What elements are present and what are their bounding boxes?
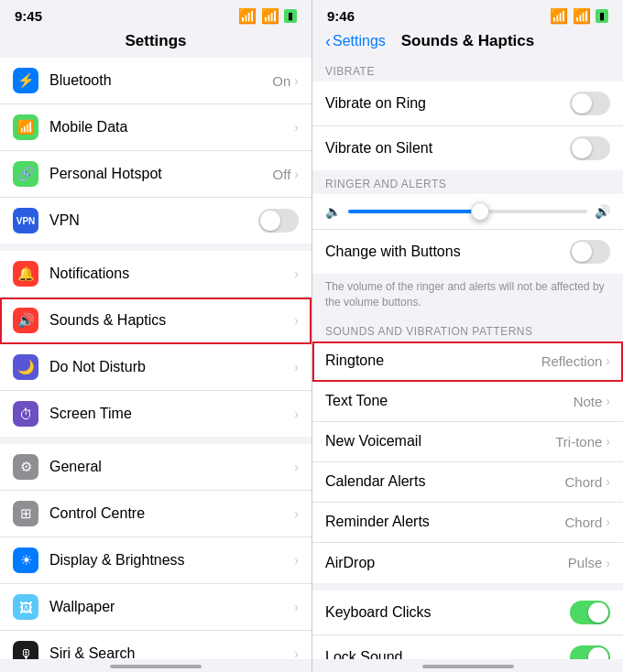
control-centre-label: Control Centre	[49, 505, 294, 522]
left-signal-icon: 📶	[238, 7, 257, 25]
sound-patterns-section: Ringtone Reflection › Text Tone Note › N…	[312, 341, 623, 583]
vibrate-ring-knob	[572, 93, 592, 114]
siri-search-chevron: ›	[294, 646, 299, 659]
left-battery-icon: ▮	[284, 9, 297, 23]
change-with-buttons-knob	[572, 242, 592, 262]
screen-time-item[interactable]: ⏱ Screen Time ›	[0, 391, 312, 437]
volume-slider-thumb[interactable]	[471, 202, 489, 221]
bottom-group: ⚙ General › ⊞ Control Centre › ☀ Display…	[0, 444, 312, 659]
right-signal-icon: 📶	[550, 7, 568, 25]
keyboard-clicks-toggle[interactable]	[570, 601, 610, 624]
personal-hotspot-value: Off	[273, 167, 291, 182]
vibrate-silent-label: Vibrate on Silent	[325, 140, 570, 157]
sounds-haptics-icon: 🔊	[13, 308, 38, 333]
right-status-bar: 9:46 📶 📶 ▮	[312, 0, 623, 28]
mobile-data-icon: 📶	[13, 114, 38, 140]
back-button[interactable]: ‹ Settings	[325, 32, 386, 51]
ringtone-item[interactable]: Ringtone Reflection ›	[312, 341, 623, 382]
vpn-toggle[interactable]	[258, 209, 299, 233]
vibrate-silent-toggle[interactable]	[570, 136, 610, 160]
text-tone-item[interactable]: Text Tone Note ›	[312, 382, 623, 422]
airdrop-value: Pulse	[568, 555, 603, 570]
sounds-haptics-item[interactable]: 🔊 Sounds & Haptics ›	[0, 298, 312, 344]
sounds-haptics-label: Sounds & Haptics	[49, 312, 294, 329]
calendar-alerts-label: Calendar Alerts	[325, 473, 564, 490]
right-content: VIBRATE Vibrate on Ring Vibrate on Silen…	[312, 58, 623, 659]
do-not-disturb-item[interactable]: 🌙 Do Not Disturb ›	[0, 344, 312, 391]
calendar-alerts-chevron: ›	[606, 474, 610, 489]
siri-search-icon: 🎙	[13, 641, 38, 659]
personal-hotspot-item[interactable]: 🔗 Personal Hotspot Off ›	[0, 151, 312, 198]
keyboard-clicks-label: Keyboard Clicks	[325, 604, 570, 621]
change-with-buttons-label: Change with Buttons	[325, 244, 570, 260]
right-status-icons: 📶 📶 ▮	[550, 7, 608, 25]
left-time: 9:45	[15, 8, 42, 24]
mobile-data-item[interactable]: 📶 Mobile Data ›	[0, 104, 312, 151]
calendar-alerts-value: Chord	[564, 474, 602, 490]
settings-list: ⚡ Bluetooth On › 📶 Mobile Data › 🔗 Perso…	[0, 58, 312, 659]
volume-low-icon: 🔈	[325, 204, 341, 219]
new-voicemail-item[interactable]: New Voicemail Tri-tone ›	[312, 422, 623, 462]
right-time: 9:46	[327, 8, 355, 24]
personal-hotspot-label: Personal Hotspot	[49, 166, 273, 182]
airdrop-label: AirDrop	[325, 555, 568, 571]
vibrate-silent-item[interactable]: Vibrate on Silent	[312, 126, 623, 170]
bluetooth-chevron: ›	[294, 73, 299, 88]
calendar-alerts-item[interactable]: Calendar Alerts Chord ›	[312, 462, 623, 503]
right-panel: 9:46 📶 📶 ▮ ‹ Settings Sounds & Haptics V…	[312, 0, 623, 672]
lock-sound-toggle[interactable]	[570, 645, 610, 659]
vibrate-ring-item[interactable]: Vibrate on Ring	[312, 81, 623, 126]
bluetooth-value: On	[272, 73, 290, 89]
reminder-alerts-label: Reminder Alerts	[325, 514, 564, 530]
lock-sound-item[interactable]: Lock Sound	[312, 635, 623, 659]
volume-slider-track[interactable]	[348, 210, 587, 213]
wallpaper-item[interactable]: 🖼 Wallpaper ›	[0, 584, 312, 631]
volume-slider-row[interactable]: 🔈 🔊	[312, 194, 623, 230]
right-battery-icon: ▮	[596, 9, 608, 23]
screen-time-icon: ⏱	[13, 401, 38, 427]
screen-time-label: Screen Time	[49, 406, 294, 422]
bluetooth-item[interactable]: ⚡ Bluetooth On ›	[0, 58, 312, 104]
vibrate-section: Vibrate on Ring Vibrate on Silent	[312, 81, 623, 170]
general-label: General	[49, 459, 294, 475]
vpn-toggle-knob	[260, 211, 280, 231]
control-centre-icon: ⊞	[13, 501, 38, 526]
display-brightness-item[interactable]: ☀ Display & Brightness ›	[0, 537, 312, 584]
notifications-item[interactable]: 🔔 Notifications ›	[0, 251, 312, 298]
personal-hotspot-icon: 🔗	[13, 161, 38, 187]
ringer-section: 🔈 🔊 Change with Buttons	[312, 194, 623, 274]
left-panel: 9:45 📶 📶 ▮ Settings ⚡ Bluetooth On › 📶 M…	[0, 0, 312, 672]
sounds-haptics-chevron: ›	[294, 313, 299, 328]
vibrate-ring-toggle[interactable]	[570, 92, 610, 115]
new-voicemail-label: New Voicemail	[325, 433, 555, 450]
lock-sound-label: Lock Sound	[325, 649, 570, 659]
vibrate-ring-label: Vibrate on Ring	[325, 95, 570, 112]
text-tone-chevron: ›	[606, 394, 610, 408]
right-wifi-icon: 📶	[573, 7, 591, 25]
airdrop-item[interactable]: AirDrop Pulse ›	[312, 543, 623, 583]
wallpaper-label: Wallpaper	[49, 599, 294, 615]
left-status-bar: 9:45 📶 📶 ▮	[0, 0, 312, 28]
ringtone-value: Reflection	[541, 353, 603, 369]
left-home-indicator	[110, 665, 202, 668]
do-not-disturb-label: Do Not Disturb	[49, 359, 294, 375]
control-centre-item[interactable]: ⊞ Control Centre ›	[0, 491, 312, 537]
new-voicemail-value: Tri-tone	[555, 434, 602, 450]
keyboard-clicks-item[interactable]: Keyboard Clicks	[312, 591, 623, 635]
siri-search-item[interactable]: 🎙 Siri & Search ›	[0, 631, 312, 659]
reminder-alerts-value: Chord	[564, 515, 602, 530]
mobile-data-label: Mobile Data	[49, 119, 294, 135]
keyboard-clicks-knob	[588, 602, 608, 623]
left-status-icons: 📶 📶 ▮	[238, 7, 297, 25]
vpn-item[interactable]: VPN VPN	[0, 198, 312, 244]
volume-high-icon: 🔊	[595, 204, 610, 219]
display-brightness-icon: ☀	[13, 547, 38, 573]
reminder-alerts-item[interactable]: Reminder Alerts Chord ›	[312, 503, 623, 543]
right-home-indicator	[422, 665, 514, 668]
middle-group: 🔔 Notifications › 🔊 Sounds & Haptics › 🌙…	[0, 251, 312, 437]
change-with-buttons-item[interactable]: Change with Buttons	[312, 230, 623, 274]
general-item[interactable]: ⚙ General ›	[0, 444, 312, 491]
change-with-buttons-toggle[interactable]	[570, 240, 610, 264]
airdrop-chevron: ›	[606, 556, 610, 570]
mobile-data-chevron: ›	[294, 120, 299, 135]
